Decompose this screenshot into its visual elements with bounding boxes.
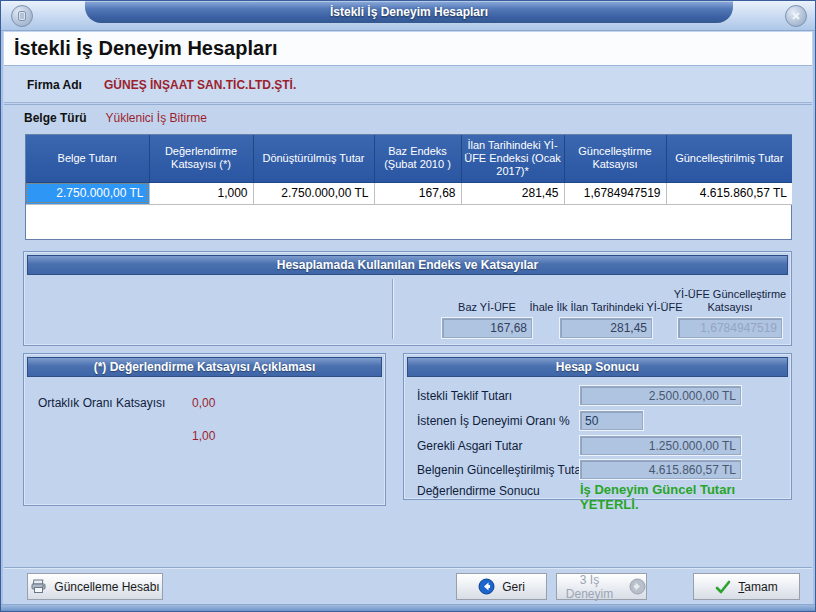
deneyim-orani-input[interactable]: 50 [580,411,643,430]
grid-header-ilan-tarihindeki-endeks[interactable]: İlan Tarihindeki Yİ-ÜFE Endeksi (Ocak 20… [461,135,564,182]
ortaklik-orani-label: Ortaklık Oranı Katsayısı [38,396,165,410]
ortaklik-orani-value: 0,00 [192,396,215,410]
result-groupbox-title: Hesap Sonucu [407,357,788,377]
teklif-tutari-label: İstekli Teklif Tutarı [417,389,512,403]
grid-cell[interactable]: 281,45 [461,182,564,204]
check-icon [715,580,731,594]
vertical-divider [392,279,393,339]
deneyim-orani-label: İstenen İş Deneyimi Oranı % [417,414,570,428]
guncellestirme-katsayisi-field: Yİ-ÜFE Güncelleştirme Katsayısı 1,678494… [678,276,782,340]
documents-grid: Belge Tutarı Değerlendirme Katsayısı (*)… [25,134,792,240]
update-calculation-label: Güncelleme Hesabı [54,580,159,594]
dialog-window: İstekli İş Deneyim Hesapları İstekli İş … [0,0,816,612]
asgari-tutar-input: 1.250.000,00 TL [580,436,741,455]
guncellestirme-katsayisi-label: Yİ-ÜFE Güncelleştirme Katsayısı [650,288,810,314]
index-groupbox: Hesaplamada Kullanılan Endeks ve Katsayı… [23,251,792,346]
coefficient-groupbox: (*) Değerlendirme Katsayısı Açıklaması O… [23,353,386,506]
firm-panel: Firma Adı GÜNEŞ İNŞAAT SAN.TİC.LTD.ŞTİ. [4,65,812,103]
coefficient-groupbox-title: (*) Değerlendirme Katsayısı Açıklaması [27,357,382,377]
firm-name-label: Firma Adı [27,66,82,104]
form-icon [16,10,28,22]
panel-divider [4,104,812,105]
arrow-left-circle-icon [478,578,495,595]
guncellestirme-katsayisi-input: 1,6784947519 [678,318,782,338]
update-calculation-button[interactable]: Güncelleme Hesabı [27,573,163,600]
guncellestirilmis-tutar-label: Belgenin Güncelleştirilmiş Tutarı [417,463,588,477]
asgari-tutar-label: Gerekli Asgari Tutar [417,439,522,453]
ilan-yiufe-field: İhale İlk İlan Tarihindeki Yİ-ÜFE 281,45 [560,276,652,340]
ok-button-label: Tamam [738,580,777,594]
close-button[interactable] [785,5,807,27]
grid-cell[interactable]: 1,000 [149,182,253,204]
document-type-row: Belge Türü Yüklenici İş Bitirme [24,108,207,130]
heading-strip: İstekli İş Deneyim Hesapları [4,32,812,65]
grid-cell[interactable]: 2.750.000,00 TL [253,182,374,204]
degerlendirme-sonucu-label: Değerlendirme Sonucu [417,484,540,498]
katsayi-value: 1,00 [192,429,215,443]
window-bottom-frame [1,604,815,612]
ilan-yiufe-input[interactable]: 281,45 [560,318,652,338]
page-title: İstekli İş Deneyim Hesapları [14,32,812,65]
grid-data-row[interactable]: 2.750.000,00 TL 1,000 2.750.000,00 TL 16… [26,182,792,204]
grid-header-belge-tutari[interactable]: Belge Tutarı [26,135,149,182]
grid-cell[interactable]: 1,6784947519 [564,182,666,204]
grid-header-degerlendirme-katsayisi[interactable]: Değerlendirme Katsayısı (*) [149,135,253,182]
experience-forward-label: 3 İş Deneyim [557,573,622,601]
teklif-tutari-input[interactable]: 2.500.000,00 TL [580,386,741,405]
ok-button[interactable]: Tamam [693,573,800,600]
buttonbar-divider [4,567,812,568]
grid-header-guncellestirme-katsayisi[interactable]: Güncelleştirme Katsayısı [564,135,666,182]
firm-name-value: GÜNEŞ İNŞAAT SAN.TİC.LTD.ŞTİ. [104,66,296,104]
grid-header-donusturulmus-tutar[interactable]: Dönüştürülmüş Tutar [253,135,374,182]
grid-header-row: Belge Tutarı Değerlendirme Katsayısı (*)… [26,135,792,182]
titlebar: İstekli İş Deneyim Hesapları [1,1,816,31]
close-icon [790,10,802,22]
titlebar-title: İstekli İş Deneyim Hesapları [1,1,816,23]
grid-header-guncellestirilmis-tutar[interactable]: Güncelleştirilmiş Tutar [666,135,792,182]
guncellestirilmis-tutar-input: 4.615.860,57 TL [580,460,741,479]
degerlendirme-sonucu-value: İş Deneyim Güncel Tutarı YETERLİ. [580,482,791,512]
grid-cell[interactable]: 167,68 [374,182,461,204]
grid-header-baz-endeks[interactable]: Baz Endeks (Şubat 2010 ) [374,135,461,182]
system-menu-button[interactable] [11,5,33,27]
baz-yiufe-field: Baz Yİ-ÜFE 167,68 [442,276,532,340]
result-groupbox: Hesap Sonucu İstekli Teklif Tutarı 2.500… [403,353,792,500]
experience-forward-button: 3 İş Deneyim [556,573,647,600]
grid-cell-selected[interactable]: 2.750.000,00 TL [26,182,149,204]
grid-cell[interactable]: 4.615.860,57 TL [666,182,792,204]
back-button-label: Geri [502,580,525,594]
document-type-label: Belge Türü [24,111,101,125]
baz-yiufe-input[interactable]: 167,68 [442,318,532,338]
printer-icon [30,579,47,594]
index-groupbox-title: Hesaplamada Kullanılan Endeks ve Katsayı… [27,255,788,275]
arrow-right-circle-icon [629,578,646,595]
back-button[interactable]: Geri [456,573,547,600]
document-type-value: Yüklenici İş Bitirme [105,111,206,125]
